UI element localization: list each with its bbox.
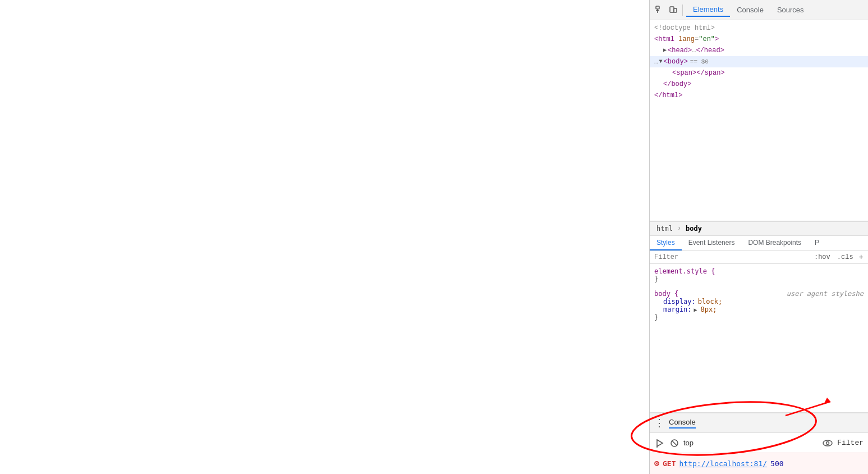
- console-top-label[interactable]: top: [683, 439, 694, 447]
- svg-rect-3: [670, 7, 674, 12]
- inspect-icon[interactable]: [654, 4, 665, 16]
- head-close: </head>: [696, 45, 724, 56]
- svg-point-9: [823, 440, 832, 446]
- span-close: </span>: [696, 68, 724, 78]
- block-icon[interactable]: [669, 437, 680, 449]
- dom-tree: <!doctype html> <html lang = "en" > <hea…: [650, 20, 868, 221]
- html-open-tag: <html: [654, 34, 674, 44]
- dom-line-html[interactable]: <html lang = "en" >: [650, 34, 868, 45]
- cls-label[interactable]: .cls: [837, 253, 853, 261]
- svg-point-10: [826, 441, 829, 444]
- dom-line-body-close[interactable]: </body>: [650, 79, 868, 90]
- body-marker: == $0: [690, 57, 709, 67]
- hov-label[interactable]: :hov: [814, 253, 830, 261]
- devtools-tabs: Elements Console Sources: [686, 3, 864, 17]
- style-rule-element: element.style { }: [654, 267, 864, 283]
- filter-controls: :hov .cls +: [814, 253, 864, 262]
- console-bar: Console: [650, 412, 868, 432]
- breadcrumb-bar: html › body: [650, 222, 868, 236]
- head-expand-arrow[interactable]: [663, 45, 667, 56]
- filter-bar: :hov .cls +: [650, 251, 868, 264]
- device-toolbar-icon[interactable]: [668, 4, 679, 16]
- style-filter-input[interactable]: [654, 253, 812, 261]
- elements-panel: <!doctype html> <html lang = "en" > <hea…: [650, 20, 868, 474]
- tab-sources[interactable]: Sources: [770, 3, 811, 16]
- console-error-area: ⊗ GET http://localhost:81/ 500: [650, 453, 868, 474]
- console-more-icon[interactable]: [654, 417, 664, 429]
- tab-elements[interactable]: Elements: [686, 3, 730, 17]
- svg-marker-5: [657, 440, 663, 446]
- dom-line-head[interactable]: <head> … </head>: [650, 45, 868, 56]
- doctype-text: <!doctype html>: [654, 23, 715, 33]
- head-open: <head>: [668, 45, 692, 56]
- style-rule-body: body { user agent styleshe display: bloc…: [654, 290, 864, 321]
- html-close-tag: </html>: [654, 90, 682, 101]
- console-input-bar: top Filter: [650, 432, 868, 453]
- tab-dom-breakpoints[interactable]: DOM Breakpoints: [741, 236, 808, 250]
- tab-properties[interactable]: P: [808, 236, 826, 250]
- main-page-area: [0, 0, 649, 474]
- body-expand-arrow[interactable]: [659, 57, 663, 67]
- tab-console[interactable]: Console: [730, 3, 770, 16]
- breadcrumb-html[interactable]: html: [654, 224, 675, 233]
- element-style-selector: element.style {: [654, 267, 864, 275]
- error-method: GET: [663, 459, 676, 468]
- margin-expand-arrow[interactable]: ▶: [694, 307, 697, 313]
- error-icon: ⊗: [654, 458, 659, 469]
- html-lang-val: "en": [699, 34, 715, 44]
- element-style-close: }: [654, 275, 864, 283]
- html-equals: =: [695, 34, 699, 44]
- error-url[interactable]: http://localhost:81/: [679, 459, 768, 468]
- svg-rect-4: [674, 8, 677, 12]
- head-ellipsis: …: [692, 45, 696, 56]
- console-bar-label[interactable]: Console: [669, 418, 696, 429]
- eye-icon[interactable]: [821, 437, 834, 449]
- body-style-selector-line: body { user agent styleshe: [654, 290, 864, 298]
- tab-styles[interactable]: Styles: [650, 236, 682, 250]
- body-style-close: }: [654, 313, 864, 321]
- dom-dots: …: [654, 57, 658, 67]
- body-margin-prop[interactable]: margin: ▶ 8px;: [654, 306, 864, 313]
- dom-line-html-close[interactable]: </html>: [650, 90, 868, 101]
- dom-line-body[interactable]: … <body> == $0: [650, 56, 868, 67]
- devtools-toolbar: Elements Console Sources: [650, 0, 868, 20]
- execute-icon[interactable]: [654, 437, 665, 449]
- styles-content: element.style { } body { user agent styl…: [650, 264, 868, 412]
- styles-tabs: Styles Event Listeners DOM Breakpoints P: [650, 236, 868, 251]
- devtools-panel: Elements Console Sources <!doctype html>…: [649, 0, 868, 474]
- html-close-bracket: >: [715, 34, 719, 44]
- more-filter-icon[interactable]: +: [859, 253, 864, 262]
- console-filter-label: Filter: [837, 439, 864, 447]
- dom-line-doctype[interactable]: <!doctype html>: [650, 22, 868, 34]
- svg-line-8: [672, 440, 677, 445]
- body-display-prop[interactable]: display: block;: [654, 298, 864, 306]
- toolbar-separator: [682, 4, 683, 16]
- styles-section: html › body Styles Event Listeners DOM B…: [650, 221, 868, 412]
- body-close-tag: </body>: [663, 79, 691, 89]
- svg-rect-0: [656, 6, 659, 9]
- html-lang-attr: lang: [674, 34, 695, 44]
- body-open-tag: <body>: [664, 57, 688, 67]
- breadcrumb-sep: ›: [677, 225, 681, 233]
- error-code: 500: [770, 459, 783, 468]
- span-open: <span>: [672, 68, 696, 78]
- breadcrumb-body[interactable]: body: [683, 224, 704, 233]
- dom-line-span[interactable]: <span> </span>: [650, 67, 868, 79]
- tab-event-listeners[interactable]: Event Listeners: [682, 236, 742, 250]
